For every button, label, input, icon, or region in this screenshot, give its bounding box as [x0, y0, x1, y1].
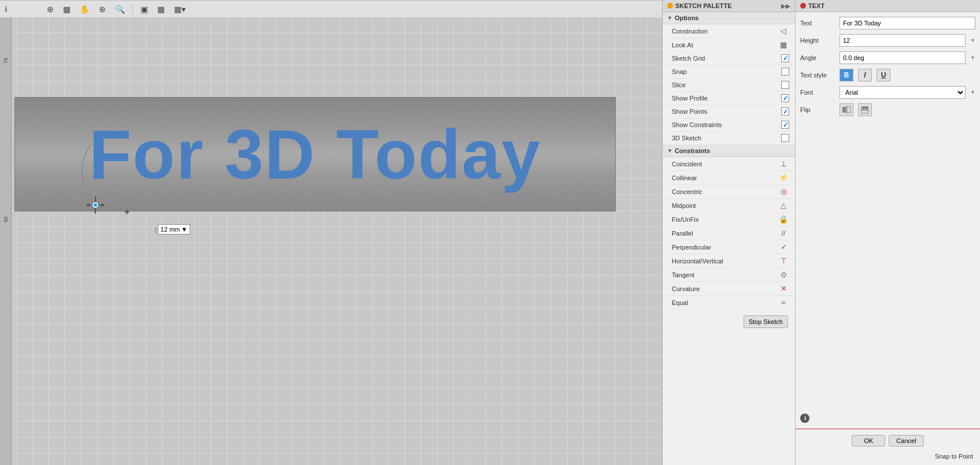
snap-checkbox[interactable]	[781, 68, 789, 76]
coincident-icon	[778, 159, 789, 168]
toolbar-grid-btn[interactable]: ▦	[60, 3, 73, 15]
text-field-row: Text	[800, 17, 975, 29]
options-label: Options	[675, 14, 699, 21]
3dsketch-checkbox[interactable]	[781, 134, 789, 142]
dim-value: 12 mm	[161, 226, 180, 233]
parallel-item[interactable]: Parallel //	[663, 226, 795, 240]
options-section-header[interactable]: ▼ Options	[663, 12, 795, 24]
flip-horizontal-button[interactable]	[840, 103, 853, 116]
showprofile-checkbox[interactable]	[781, 94, 789, 102]
dim-box: 12 mm ▼	[158, 224, 191, 235]
equal-icon	[778, 298, 789, 307]
flip-vertical-button[interactable]	[858, 103, 872, 116]
construction-label: Construction	[672, 28, 708, 35]
sketch-content: For 3D Today	[12, 12, 662, 448]
showpoints-item[interactable]: Show Points	[663, 105, 795, 118]
showpoints-checkbox[interactable]	[781, 107, 789, 116]
palette-expand-icon[interactable]: ▶▶	[781, 3, 790, 9]
equal-label: Equal	[672, 299, 688, 306]
dimension-indicator: | 12 mm ▼	[155, 224, 190, 235]
cross-mark: +	[124, 207, 130, 217]
slice-checkbox[interactable]	[781, 81, 789, 89]
font-select[interactable]: Arial	[840, 86, 966, 99]
toolbar-view-btn[interactable]: ▦▾	[171, 3, 188, 15]
dim-dropdown[interactable]: ▼	[181, 226, 187, 233]
handle-center	[93, 202, 98, 208]
parallel-label: Parallel	[672, 230, 693, 237]
fixunfix-label: Fix/UnFix	[672, 216, 698, 223]
text-panel-dot	[800, 3, 806, 9]
ruler-mark-75: 75	[3, 58, 9, 64]
curvature-icon	[778, 284, 789, 293]
ruler-left: 50 75	[0, 12, 12, 465]
bold-button[interactable]: B	[840, 69, 853, 81]
concentric-item[interactable]: Concentric	[663, 185, 795, 199]
tangent-label: Tangent	[672, 271, 694, 278]
italic-button[interactable]: I	[858, 69, 872, 81]
toolbar-grid2-btn[interactable]: ▦	[154, 3, 168, 15]
toolbar-sep-1	[132, 4, 133, 14]
canvas-area: 25 50 75 For 3D Today	[0, 0, 662, 465]
showconstraints-checkbox[interactable]	[781, 121, 789, 129]
fixunfix-item[interactable]: Fix/UnFix 🔒	[663, 213, 795, 226]
coincident-item[interactable]: Coincident	[663, 157, 795, 171]
options-triangle: ▼	[667, 15, 672, 21]
slice-item[interactable]: Slice	[663, 79, 795, 92]
text-panel-body: Text Height ▼ Angle ▼ Text style	[796, 12, 980, 121]
banner-text: For 3D Today	[89, 114, 541, 194]
svg-rect-3	[861, 106, 868, 109]
sketch-handle[interactable]	[87, 196, 104, 214]
sketchgrid-checkbox[interactable]	[781, 54, 789, 62]
angle-label: Angle	[800, 54, 835, 61]
palette-dot	[667, 3, 673, 9]
lookat-item[interactable]: Look At ▦	[663, 38, 795, 52]
toolbar-display-btn[interactable]: ▣	[138, 3, 151, 15]
ok-button[interactable]: OK	[852, 435, 885, 447]
stop-sketch-button[interactable]: Stop Sketch	[744, 315, 788, 328]
info-button[interactable]: ℹ	[800, 414, 809, 423]
midpoint-icon	[778, 201, 789, 210]
flip-row: Flip	[800, 103, 975, 116]
curvature-item[interactable]: Curvature	[663, 282, 795, 296]
toolbar-orbit-btn[interactable]: ⊕	[96, 3, 109, 15]
text-label: Text	[800, 20, 835, 27]
textstyle-label: Text style	[800, 72, 835, 79]
angle-input[interactable]	[840, 51, 966, 64]
perpendicular-item[interactable]: Perpendicular	[663, 240, 795, 254]
sketch-palette: SKETCH PALETTE ▶▶ ▼ Options Construction…	[663, 0, 796, 465]
collinear-item[interactable]: Collinear ⚡	[663, 171, 795, 185]
main-container: 25 50 75 For 3D Today	[0, 0, 980, 465]
constraints-triangle: ▼	[667, 148, 672, 154]
height-field-row: Height ▼	[800, 34, 975, 47]
constraints-section-header[interactable]: ▼ Constraints	[663, 145, 795, 157]
text-panel: TEXT Text Height ▼ Angle ▼	[796, 0, 980, 465]
height-input[interactable]	[840, 34, 966, 47]
underline-button[interactable]: U	[877, 69, 890, 81]
right-panels: SKETCH PALETTE ▶▶ ▼ Options Construction…	[662, 0, 980, 465]
cancel-button[interactable]: Cancel	[889, 435, 923, 447]
text-input[interactable]	[840, 17, 975, 29]
constraints-label: Constraints	[675, 147, 710, 154]
equal-item[interactable]: Equal	[663, 296, 795, 310]
horizontalvertical-item[interactable]: Horizontal/Vertical	[663, 254, 795, 268]
sketchgrid-item[interactable]: Sketch Grid	[663, 52, 795, 65]
concentric-icon	[778, 187, 789, 196]
toolbar-pan-btn[interactable]: ✋	[77, 3, 93, 15]
toolbar-snap-btn[interactable]: ⊕	[44, 3, 57, 15]
coincident-label: Coincident	[672, 161, 702, 168]
showprofile-item[interactable]: Show Profile	[663, 92, 795, 105]
snap-item[interactable]: Snap	[663, 65, 795, 79]
3dsketch-item[interactable]: 3D Sketch	[663, 132, 795, 145]
slice-label: Slice	[672, 81, 686, 88]
3dsketch-label: 3D Sketch	[672, 135, 701, 142]
construction-item[interactable]: Construction ◁	[663, 24, 795, 38]
tangent-item[interactable]: Tangent	[663, 268, 795, 282]
fixunfix-icon: 🔒	[778, 215, 789, 224]
height-label: Height	[800, 37, 835, 44]
toolbar-zoom-btn[interactable]: 🔍	[112, 3, 128, 15]
horizontalvertical-icon	[778, 256, 789, 265]
red-divider	[796, 429, 980, 429]
lookat-label: Look At	[672, 42, 693, 49]
showconstraints-item[interactable]: Show Constraints	[663, 118, 795, 132]
midpoint-item[interactable]: Midpoint	[663, 199, 795, 213]
